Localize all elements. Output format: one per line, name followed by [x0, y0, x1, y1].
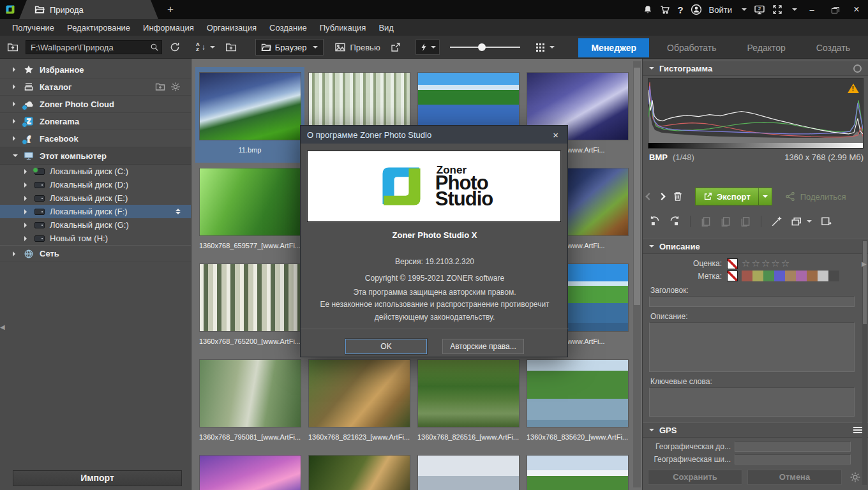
folder-up-button[interactable] — [4, 39, 22, 56]
expand-arrow-icon[interactable] — [13, 84, 18, 89]
presets-stack-icon[interactable] — [791, 216, 802, 227]
path-input[interactable]: F:\Wallpaper\Природа — [26, 40, 162, 54]
color-label-swatch[interactable] — [774, 271, 785, 281]
menu-item[interactable]: Получение — [6, 20, 60, 35]
import-button[interactable]: Импорт — [13, 470, 182, 486]
sidebar-drive-item[interactable]: Локальный диск (G:) — [0, 218, 191, 232]
thumbnail-image[interactable] — [199, 168, 301, 236]
thumbnail-cell[interactable]: 1360x768_821623_[www.ArtFi... — [304, 354, 414, 450]
thumbnail-image[interactable] — [199, 72, 301, 140]
menu-item[interactable]: Вид — [373, 20, 400, 35]
save-button[interactable]: Сохранить — [648, 470, 742, 485]
sidebar-drive-item[interactable]: Локальный диск (F:) — [0, 205, 191, 218]
sign-in-button[interactable]: Войти — [709, 5, 732, 15]
view-grid-button[interactable] — [533, 40, 558, 54]
keywords-field-textarea[interactable] — [649, 387, 855, 417]
expand-arrow-icon[interactable] — [24, 182, 29, 188]
panel-scrollbar[interactable] — [862, 240, 867, 485]
menu-item[interactable]: Редактирование — [61, 20, 136, 35]
color-label-swatch[interactable] — [828, 271, 839, 281]
menu-item[interactable]: Публикация — [314, 20, 372, 35]
thumbnail-cell[interactable]: 11.bmp — [195, 67, 304, 163]
browser-mode-dropdown[interactable]: Браузер — [255, 39, 324, 56]
menu-item[interactable]: Информация — [137, 20, 200, 35]
sidebar-drive-item[interactable]: Локальный диск (E:) — [0, 191, 191, 205]
rating-stars[interactable]: ☆☆☆☆☆ — [742, 258, 791, 269]
thumbnail-image[interactable] — [527, 359, 629, 427]
document-tab[interactable]: Природа — [19, 0, 158, 19]
new-folder-button[interactable] — [222, 39, 240, 56]
sidebar-item-catalog[interactable]: Каталог — [0, 78, 191, 96]
preview-button[interactable]: Превью — [331, 39, 383, 56]
workspace-tab[interactable]: Редактор — [735, 38, 798, 57]
rotate-right-icon[interactable] — [669, 216, 680, 227]
color-label-swatch[interactable] — [818, 271, 828, 281]
no-rating-box[interactable] — [727, 258, 738, 269]
second-display-button[interactable]: 2 — [754, 4, 765, 15]
thumbnail-image[interactable] — [417, 359, 520, 427]
thumbnail-image[interactable] — [527, 455, 629, 490]
fullscreen-icon[interactable] — [772, 4, 782, 15]
color-label-swatch[interactable] — [785, 271, 796, 281]
collapse-panel-right-arrow[interactable]: ▶ — [862, 260, 867, 267]
scrollbar-thumb[interactable] — [634, 68, 640, 305]
workspace-tab[interactable]: Создать — [804, 38, 863, 57]
close-button[interactable]: × — [849, 4, 864, 15]
magic-wand-icon[interactable] — [771, 216, 782, 227]
scrollbar-thumb[interactable] — [863, 241, 867, 324]
delete-trash-icon[interactable] — [672, 191, 684, 202]
add-folder-icon[interactable] — [155, 82, 165, 92]
slider-knob[interactable] — [478, 43, 486, 51]
new-tab-button[interactable]: + — [163, 3, 177, 17]
help-button[interactable]: ? — [677, 4, 683, 15]
histogram-mode-icon[interactable] — [853, 64, 862, 73]
presets-caret-icon[interactable] — [807, 220, 812, 225]
batch-one-icon[interactable] — [740, 216, 751, 227]
ok-button[interactable]: OK — [345, 339, 427, 354]
thumbnail-cell[interactable] — [414, 450, 523, 490]
sidebar-item-this-computer[interactable]: Этот компьютер — [0, 147, 191, 165]
add-card-icon[interactable] — [820, 216, 832, 227]
sidebar-item-zonerama[interactable]: Zonerama — [0, 113, 191, 130]
latitude-input[interactable] — [735, 454, 851, 464]
sidebar-item-facebook[interactable]: Facebook — [0, 130, 191, 147]
thumbnail-cell[interactable]: 1360x768_765200_[www.ArtFi... — [195, 258, 304, 354]
collapse-panel-left-arrow[interactable]: ◀ — [0, 323, 5, 330]
thumbnail-image[interactable] — [199, 455, 301, 490]
histogram-section-header[interactable]: Гистограмма — [643, 61, 868, 76]
vertical-scrollbar[interactable] — [633, 61, 641, 487]
expand-arrow-icon[interactable] — [24, 236, 29, 241]
expand-arrow-icon[interactable] — [24, 223, 29, 228]
thumbnail-size-slider[interactable] — [450, 47, 520, 48]
minimize-button[interactable]: – — [804, 5, 819, 15]
menu-item[interactable]: Организация — [201, 20, 262, 35]
expand-arrow-icon[interactable] — [13, 136, 18, 141]
collapse-arrow-icon[interactable] — [13, 154, 18, 160]
export-dropdown[interactable] — [758, 188, 772, 205]
maximize-button[interactable] — [827, 5, 842, 15]
workspace-tab[interactable]: Менеджер — [578, 38, 649, 57]
search-icon[interactable] — [150, 43, 159, 52]
color-label-swatch[interactable] — [742, 271, 752, 281]
thumbnail-image[interactable] — [199, 359, 301, 427]
thumbnail-cell[interactable]: 1360x768_659577_[www.ArtFi... — [195, 163, 304, 258]
expand-arrow-icon[interactable] — [24, 209, 29, 214]
dialog-close-button[interactable]: × — [550, 130, 561, 140]
sidebar-item-network[interactable]: Сеть — [0, 245, 191, 262]
gear-icon[interactable] — [170, 82, 181, 92]
expand-arrow-icon[interactable] — [13, 119, 18, 124]
thumbnail-cell[interactable]: 1360x768_826516_[www.ArtFi... — [414, 354, 523, 450]
panel-settings-gear-icon[interactable] — [849, 471, 861, 483]
next-image-button[interactable] — [658, 193, 665, 200]
notifications-bell-icon[interactable] — [643, 4, 653, 15]
color-label-swatch[interactable] — [763, 271, 774, 281]
thumbnail-cell[interactable]: 1360x768_795081_[www.ArtFi... — [195, 354, 304, 450]
previous-image-button[interactable] — [645, 193, 652, 200]
open-external-button[interactable] — [387, 40, 404, 55]
color-label-swatch[interactable] — [807, 271, 818, 281]
copy-previous-icon[interactable] — [700, 216, 712, 227]
longitude-input[interactable] — [735, 442, 851, 452]
user-account-icon[interactable] — [691, 4, 702, 15]
sign-in-caret-icon[interactable] — [742, 8, 747, 13]
fullscreen-caret-icon[interactable] — [792, 8, 797, 13]
